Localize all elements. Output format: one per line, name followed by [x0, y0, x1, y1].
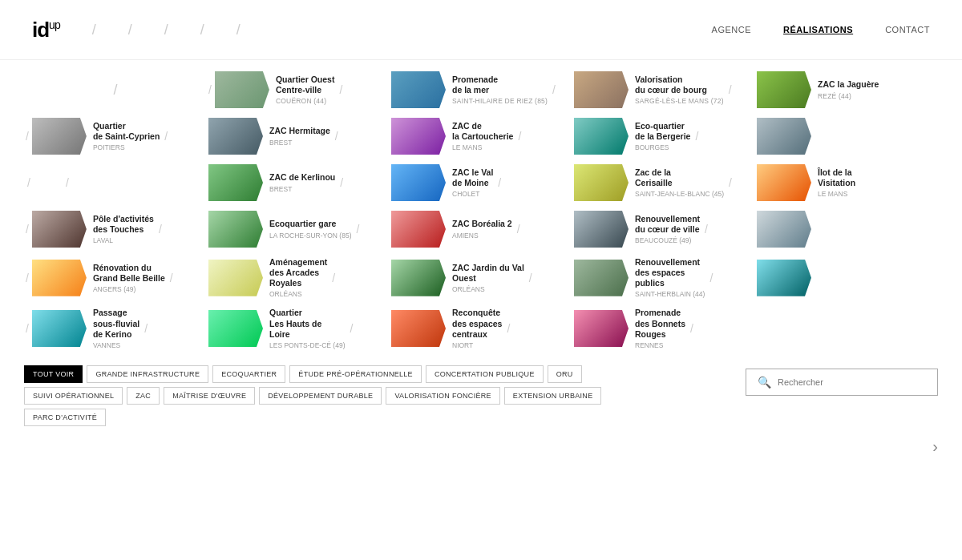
filter-oru[interactable]: ORU	[548, 365, 582, 383]
nav-contact[interactable]: CONTACT	[885, 25, 930, 34]
project-item[interactable]: Ecoquartier gare LA ROCHE-SUR-YON (85) /	[207, 206, 390, 252]
cell-slash-before: /	[208, 83, 212, 96]
project-thumb	[391, 310, 446, 347]
project-thumb	[32, 118, 87, 155]
filter-maitrise[interactable]: MAÎTRISE D'ŒUVRE	[164, 387, 255, 405]
nav-realisations[interactable]: RÉALISATIONS	[783, 25, 853, 34]
project-name: ZAC Jardin du ValOuest	[452, 263, 524, 284]
project-item[interactable]: Promenadedes BonnetsRouges RENNES /	[572, 303, 755, 353]
project-name: Rénovation duGrand Belle Beille	[93, 263, 165, 284]
project-item[interactable]: ZAC Boréalia 2 AMIENS /	[390, 206, 572, 252]
project-info: Valorisationdu cœur de bourg SARGÉ-LÈS-L…	[635, 75, 724, 105]
project-info: Rénovation duGrand Belle Beille ANGERS (…	[93, 263, 165, 293]
project-thumb	[215, 71, 269, 108]
project-location: SAINT-JEAN-LE-BLANC (45)	[635, 190, 724, 198]
filter-zac[interactable]: ZAC	[127, 387, 160, 405]
project-name: Quartierde Saint-Cyprien	[93, 121, 160, 142]
project-item[interactable]: Eco-quartierde la Bergerie BOURGES /	[572, 113, 755, 159]
project-location: BREST	[269, 185, 335, 193]
project-item[interactable]: Îlot de laVisitation LE MANS	[755, 159, 938, 206]
project-thumb	[391, 164, 446, 201]
project-name: Renouvellementdu cœur de ville	[635, 214, 700, 235]
project-item[interactable]: / Passagesous-fluvialde Kerino VANNES /	[24, 303, 207, 353]
project-item[interactable]: ZAC la Jaguère REZÉ (44)	[755, 66, 938, 113]
project-thumb-extra	[757, 118, 811, 155]
filter-concertation[interactable]: CONCERTATION PUBLIQUE	[426, 365, 544, 383]
project-item[interactable]: ZAC Jardin du ValOuest ORLÉANS /	[390, 255, 572, 301]
project-info: Ecoquartier gare LA ROCHE-SUR-YON (85)	[269, 219, 352, 239]
project-item[interactable]: ZAC de Kerlinou BREST /	[207, 159, 390, 206]
project-item[interactable]: ZAC Hermitage BREST /	[207, 113, 390, 159]
slash: /	[695, 130, 698, 143]
projects-row-5: / Rénovation duGrand Belle Beille ANGERS…	[24, 252, 938, 303]
nav-agence[interactable]: AGENCE	[712, 25, 751, 34]
project-item[interactable]: QuartierLes Hauts deLoire LES PONTS-DE-C…	[207, 303, 390, 353]
project-location: BEAUCOUZÉ (49)	[635, 236, 700, 244]
filter-row-2: SUIVI OPÉRATIONNEL ZAC MAÎTRISE D'ŒUVRE …	[24, 387, 601, 405]
next-arrow[interactable]: ›	[932, 437, 938, 456]
filter-suivi[interactable]: SUIVI OPÉRATIONNEL	[24, 387, 123, 405]
search-icon: 🔍	[758, 376, 771, 389]
nav-sep-4: /	[200, 22, 204, 38]
logo[interactable]: idup	[32, 18, 60, 42]
project-item[interactable]: Renouvellementdes espacespublics SAINT-H…	[572, 252, 755, 303]
nav-sep-2: /	[128, 22, 132, 38]
project-item[interactable]: ZAC dela Cartoucherie LE MANS /	[390, 113, 572, 159]
project-thumb-extra	[757, 211, 811, 248]
header: idup / / / / / AGENCE RÉALISATIONS CONTA…	[0, 0, 962, 60]
project-item[interactable]: / Pôle d'activitésdes Touches LAVAL /	[24, 206, 207, 252]
project-info: ZAC Hermitage BREST	[269, 126, 330, 146]
project-location: POITIERS	[93, 143, 160, 151]
project-info: ZAC dela Cartoucherie LE MANS	[452, 121, 513, 151]
projects-row-2: / Quartierde Saint-Cyprien POITIERS / ZA…	[24, 113, 938, 159]
project-name: ZAC le Valde Moine	[452, 167, 493, 188]
project-item[interactable]: Renouvellementdu cœur de ville BEAUCOUZÉ…	[572, 206, 755, 252]
project-info: Renouvellementdes espacespublics SAINT-H…	[635, 257, 705, 298]
project-name: Eco-quartierde la Bergerie	[635, 121, 690, 142]
filter-developpement[interactable]: DÉVELOPPEMENT DURABLE	[259, 387, 382, 405]
project-item[interactable]: / Rénovation duGrand Belle Beille ANGERS…	[24, 255, 207, 301]
project-item[interactable]: / Quartier OuestCentre-ville COUËRON (44…	[207, 66, 390, 113]
project-thumb-extra	[757, 260, 811, 296]
project-thumb	[757, 164, 811, 201]
project-item[interactable]: Reconquêtedes espacescentraux NIORT /	[390, 303, 572, 353]
project-info: Reconquêtedes espacescentraux NIORT	[452, 308, 502, 348]
project-name: ZAC Hermitage	[269, 126, 330, 136]
project-name: Valorisationdu cœur de bourg	[635, 75, 724, 95]
project-item[interactable]: ZAC le Valde Moine CHOLET /	[390, 159, 572, 206]
filter-grande-infra[interactable]: GRANDE INFRASTRUCTURE	[87, 365, 208, 383]
project-thumb	[391, 211, 446, 248]
filter-ecoquartier[interactable]: ECOQUARTIER	[212, 365, 285, 383]
project-item[interactable]: Aménagementdes ArcadesRoyales ORLÉANS /	[207, 252, 390, 303]
projects-row-1: / / Quartier OuestCentre-ville COUËRON (…	[24, 66, 938, 113]
search-input[interactable]	[778, 377, 926, 387]
filter-valorisation[interactable]: VALORISATION FONCIÈRE	[386, 387, 499, 405]
project-location: REZÉ (44)	[818, 92, 879, 100]
project-info: Zac de laCerisaille SAINT-JEAN-LE-BLANC …	[635, 167, 724, 198]
projects-row-4: / Pôle d'activitésdes Touches LAVAL / Ec…	[24, 206, 938, 252]
cell-slash-after: /	[729, 83, 732, 96]
project-thumb	[208, 164, 263, 201]
project-location: LA ROCHE-SUR-YON (85)	[269, 232, 352, 240]
project-thumb	[208, 211, 263, 248]
filter-extension[interactable]: EXTENSION URBAINE	[504, 387, 602, 405]
filter-tout-voir[interactable]: TOUT VOIR	[24, 365, 83, 383]
project-thumb	[391, 71, 446, 108]
logo-id: id	[32, 18, 49, 42]
project-item[interactable]: Promenadede la mer SAINT-HILAIRE DE RIEZ…	[390, 66, 572, 113]
project-info: Îlot de laVisitation LE MANS	[818, 167, 855, 198]
project-item[interactable]: Zac de laCerisaille SAINT-JEAN-LE-BLANC …	[572, 159, 755, 206]
project-info: ZAC la Jaguère REZÉ (44)	[818, 79, 879, 99]
projects-row-3: / / ZAC de Kerlinou BREST / ZAC le Valde…	[24, 159, 938, 206]
project-thumb	[574, 260, 629, 296]
filter-parc[interactable]: PARC D'ACTIVITÉ	[24, 409, 106, 426]
project-name: Reconquêtedes espacescentraux	[452, 308, 502, 339]
filter-etude-pre[interactable]: ÉTUDE PRÉ-OPÉRATIONNELLE	[289, 365, 422, 383]
project-item[interactable]: Valorisationdu cœur de bourg SARGÉ-LÈS-L…	[572, 66, 755, 113]
project-thumb	[391, 118, 446, 155]
project-thumb	[32, 211, 87, 248]
project-location: ORLÉANS	[269, 290, 327, 298]
project-item[interactable]: / Quartierde Saint-Cyprien POITIERS /	[24, 113, 207, 159]
filter-row-1: TOUT VOIR GRANDE INFRASTRUCTURE ECOQUART…	[24, 365, 601, 383]
project-thumb	[757, 71, 811, 108]
